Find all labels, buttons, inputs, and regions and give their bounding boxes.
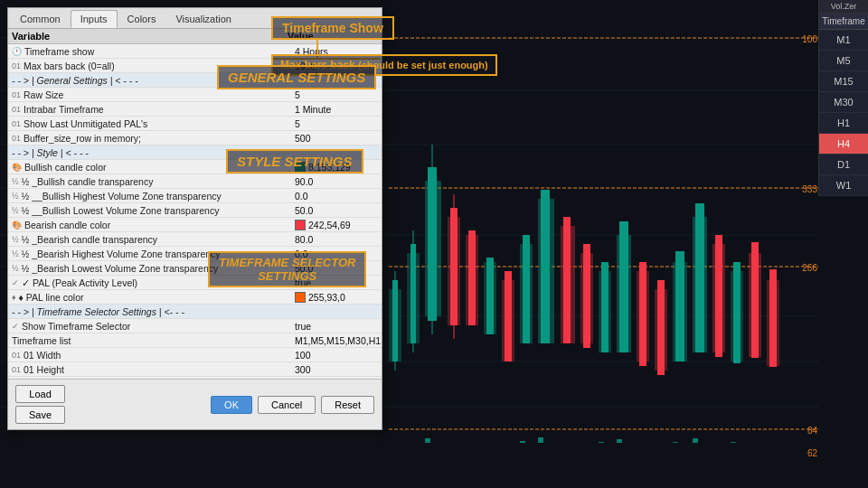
swatch-pal [295, 292, 306, 303]
row-bearish-trans[interactable]: ½ ½ _Bearish candle transparency 80.0 [8, 232, 382, 247]
svg-rect-43 [619, 221, 628, 352]
row-bullish-high-trans[interactable]: ½ ½ __Bullish Highest Volume Zone transp… [8, 189, 382, 203]
cancel-button[interactable]: Cancel [258, 396, 316, 414]
row-width[interactable]: 01 01 Width 100 [8, 348, 382, 362]
label-bearish-trans: ½ ½ _Bearish candle transparency [8, 233, 291, 246]
save-button[interactable]: Save [15, 406, 65, 424]
row-movable[interactable]: 01 01 Movable (false to fixed) true [8, 377, 382, 379]
value-bullish-trans[interactable]: 90.0 [291, 175, 382, 188]
tf-btn-h4[interactable]: H4 [819, 134, 868, 155]
svg-rect-39 [583, 244, 590, 348]
value-bearish-high-trans[interactable]: 0.0 [291, 248, 382, 260]
svg-rect-27 [468, 230, 476, 325]
value-bullish-low-trans[interactable]: 50.0 [291, 204, 382, 217]
svg-rect-49 [675, 251, 684, 361]
label-section-style: - - > | Style | < - - - [8, 146, 382, 159]
reset-button[interactable]: Reset [321, 396, 374, 414]
value-pal[interactable]: true [291, 277, 382, 289]
row-buffer-size[interactable]: 01 Buffer_size_row in memory; 500 [8, 131, 382, 145]
load-button[interactable]: Load [15, 385, 65, 403]
value-bearish-color[interactable]: 242,54,69 [291, 219, 382, 231]
value-height[interactable]: 300 [291, 363, 382, 376]
label-bullish-low-trans: ½ ½ __Bullish Lowest Volume Zone transpa… [8, 204, 291, 217]
svg-rect-31 [505, 271, 512, 361]
label-section-tf-selector: - - > | Timeframe Selector Settings | <-… [8, 305, 382, 318]
row-section-general: - - > | General Settings | < - - - [8, 73, 382, 88]
row-bullish-low-trans[interactable]: ½ ½ __Bullish Lowest Volume Zone transpa… [8, 203, 382, 218]
col-variable: Variable [12, 31, 288, 42]
tf-btn-d1[interactable]: D1 [819, 155, 868, 175]
value-tf-list[interactable]: M1,M5,M15,M30,H1,H4,D1,W1 [291, 334, 382, 347]
value-max-bars[interactable]: 1000 [291, 60, 382, 72]
settings-panel: Common Inputs Colors Visualization Varia… [7, 7, 382, 430]
tab-inputs[interactable]: Inputs [71, 10, 118, 28]
row-bearish-color[interactable]: 🎨 Bearish candle color 242,54,69 [8, 218, 382, 232]
label-raw-size: 01 Raw Size [8, 89, 291, 101]
value-timeframe-show[interactable]: 4 Hours [291, 45, 382, 58]
svg-rect-55 [733, 262, 741, 363]
label-bearish-high-trans: ½ ½ _Bearish Highest Volume Zone transpa… [8, 248, 291, 260]
value-raw-size[interactable]: 5 [291, 89, 382, 101]
label-bullish-trans: ½ ½ _Bullish candle transparency [8, 175, 291, 188]
value-bullish-color[interactable]: 8,153,129 [291, 161, 382, 174]
tab-visualization[interactable]: Visualization [165, 10, 241, 28]
tf-btn-w1[interactable]: W1 [819, 175, 868, 196]
label-max-bars: 01 Max bars back (0=all) [8, 60, 291, 72]
svg-rect-41 [601, 262, 609, 352]
value-bearish-trans[interactable]: 80.0 [291, 233, 382, 246]
price-label-62: 62 [807, 448, 817, 458]
value-pal-color[interactable]: 255,93,0 [291, 291, 382, 304]
tf-btn-m1[interactable]: M1 [819, 30, 868, 51]
row-bullish-trans[interactable]: ½ ½ _Bullish candle transparency 90.0 [8, 174, 382, 189]
svg-rect-37 [563, 217, 571, 343]
ok-button[interactable]: OK [211, 396, 252, 414]
svg-rect-33 [523, 235, 530, 343]
value-show-last-pal[interactable]: 5 [291, 117, 382, 130]
label-show-tf-selector: ✓ Show Timeframe Selector [8, 320, 291, 333]
svg-rect-45 [639, 262, 646, 366]
settings-table[interactable]: 🕐 Timeframe show 4 Hours 01 Max bars bac… [8, 44, 382, 379]
row-bullish-color[interactable]: 🎨 Bullish candle color 8,153,129 [8, 160, 382, 174]
row-intrabar-tf[interactable]: 01 Intrabar Timeframe 1 Minute [8, 102, 382, 117]
row-timeframe-show[interactable]: 🕐 Timeframe show 4 Hours [8, 44, 382, 59]
chart-title: Vol.Zer [819, 0, 868, 14]
row-pal[interactable]: ✓ ✓ PAL (Peak Activity Level) true [8, 276, 382, 290]
tf-btn-m30[interactable]: M30 [819, 92, 868, 113]
label-bearish-color: 🎨 Bearish candle color [8, 219, 291, 231]
row-tf-list[interactable]: Timeframe list M1,M5,M15,M30,H1,H4,D1,W1 [8, 333, 382, 348]
row-raw-size[interactable]: 01 Raw Size 5 [8, 88, 382, 102]
value-intrabar-tf[interactable]: 1 Minute [291, 103, 382, 116]
svg-rect-72 [617, 439, 622, 443]
tab-common[interactable]: Common [10, 10, 71, 28]
tab-colors[interactable]: Colors [118, 10, 166, 28]
label-bullish-color: 🎨 Bullish candle color [8, 161, 291, 174]
row-show-tf-selector[interactable]: ✓ Show Timeframe Selector true [8, 319, 382, 333]
row-max-bars[interactable]: 01 Max bars back (0=all) 1000 [8, 59, 382, 73]
label-pal-color: ♦ ♦ PAL line color [8, 291, 291, 304]
svg-rect-53 [715, 235, 722, 357]
row-bearish-high-trans[interactable]: ½ ½ _Bearish Highest Volume Zone transpa… [8, 247, 382, 261]
svg-rect-35 [541, 190, 550, 343]
svg-rect-67 [520, 441, 525, 443]
value-bearish-low-trans[interactable]: 50.0 [291, 262, 382, 275]
value-bullish-high-trans[interactable]: 0.0 [291, 190, 382, 202]
row-show-last-pal[interactable]: 01 Show Last Unmitigated PAL's 5 [8, 117, 382, 131]
row-height[interactable]: 01 01 Height 300 [8, 362, 382, 377]
tf-btn-m15[interactable]: M15 [819, 71, 868, 92]
tf-btn-m5[interactable]: M5 [819, 51, 868, 71]
swatch-bearish [295, 220, 306, 230]
tf-btn-h1[interactable]: H1 [819, 113, 868, 134]
svg-rect-78 [731, 442, 736, 443]
value-show-tf-selector[interactable]: true [291, 320, 382, 333]
row-section-tf-selector: - - > | Timeframe Selector Settings | <-… [8, 305, 382, 319]
panel-content: Variable Value 🕐 Timeframe show 4 Hours … [8, 29, 382, 429]
row-pal-color[interactable]: ♦ ♦ PAL line color 255,93,0 [8, 290, 382, 305]
row-section-style: - - > | Style | < - - - [8, 145, 382, 160]
svg-rect-47 [657, 280, 665, 375]
row-bearish-low-trans[interactable]: ½ ½ _Bearish Lowest Volume Zone transpar… [8, 261, 382, 276]
value-buffer-size[interactable]: 500 [291, 132, 382, 145]
value-movable[interactable]: true [291, 378, 382, 380]
value-width[interactable]: 100 [291, 349, 382, 361]
svg-rect-59 [769, 269, 777, 367]
svg-rect-29 [486, 258, 494, 334]
